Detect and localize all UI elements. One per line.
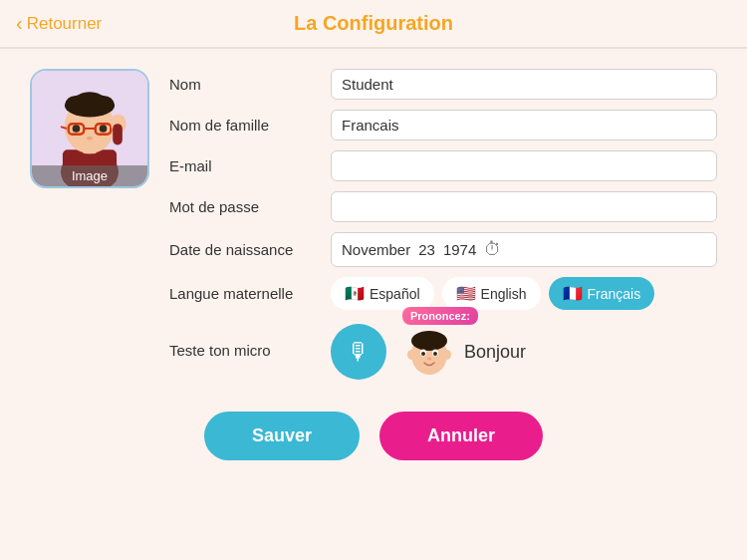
prononcez-badge: Prononcez: — [402, 307, 478, 325]
nom-famille-row: Nom de famille — [169, 110, 717, 140]
password-label: Mot de passe — [169, 198, 319, 215]
back-label: Retourner — [27, 14, 103, 34]
svg-point-15 — [100, 125, 108, 133]
date-label: Date de naissance — [169, 241, 319, 258]
character-avatar — [402, 325, 456, 379]
header-divider — [0, 48, 747, 49]
language-buttons: 🇲🇽 Español 🇺🇸 English 🇫🇷 Français — [331, 277, 717, 310]
lang-espanol-button[interactable]: 🇲🇽 Español — [331, 277, 434, 310]
date-spinner-icon[interactable]: ⏱ — [484, 239, 502, 260]
svg-point-25 — [427, 358, 431, 361]
svg-point-14 — [73, 125, 81, 133]
date-year[interactable]: 1974 — [443, 241, 476, 258]
svg-point-24 — [433, 352, 437, 356]
cancel-button[interactable]: Annuler — [379, 412, 543, 460]
date-day[interactable]: 23 — [418, 241, 435, 258]
lang-francais-label: Français — [588, 286, 641, 302]
nom-row: Nom — [169, 69, 717, 100]
date-row: Date de naissance November 23 1974 ⏱ — [169, 232, 717, 267]
flag-mexico-icon: 🇲🇽 — [345, 284, 365, 303]
avatar-box[interactable]: Image — [30, 69, 149, 188]
language-row: Langue maternelle 🇲🇽 Español 🇺🇸 English … — [169, 277, 717, 310]
flag-us-icon: 🇺🇸 — [456, 284, 476, 303]
save-button[interactable]: Sauver — [204, 412, 360, 460]
lang-francais-button[interactable]: 🇫🇷 Français — [549, 277, 655, 310]
microphone-icon: 🎙 — [347, 338, 371, 366]
svg-point-26 — [407, 350, 415, 360]
back-chevron-icon: ‹ — [16, 12, 23, 35]
svg-rect-18 — [113, 124, 123, 144]
bottom-buttons: Sauver Annuler — [0, 396, 747, 480]
email-label: E-mail — [169, 157, 319, 174]
lang-english-button[interactable]: 🇺🇸 English — [442, 277, 541, 310]
micro-controls: 🎙 Prononcez: — [331, 324, 526, 380]
nom-famille-label: Nom de famille — [169, 117, 319, 134]
lang-espanol-label: Español — [370, 286, 420, 302]
flag-france-icon: 🇫🇷 — [563, 284, 583, 303]
nom-famille-input[interactable] — [331, 110, 717, 140]
form-section: Nom Nom de famille E-mail Mot de passe D… — [169, 69, 717, 380]
avatar-section: Image — [30, 69, 149, 380]
nom-label: Nom — [169, 76, 319, 93]
language-label: Langue maternelle — [169, 285, 319, 302]
main-content: Image Nom Nom de famille E-mail Mot de p… — [0, 53, 747, 396]
password-row: Mot de passe — [169, 191, 717, 222]
microphone-button[interactable]: 🎙 — [331, 324, 386, 380]
avatar-figure: Image — [32, 71, 147, 186]
date-picker: November 23 1974 ⏱ — [331, 232, 717, 267]
svg-point-16 — [87, 137, 93, 140]
email-row: E-mail — [169, 150, 717, 181]
svg-point-8 — [75, 92, 106, 111]
pronunciation-area: Prononcez: — [402, 325, 526, 379]
lang-english-label: English — [481, 286, 527, 302]
nom-input[interactable] — [331, 69, 717, 100]
email-input[interactable] — [331, 150, 717, 181]
avatar-label: Image — [32, 165, 147, 186]
back-button[interactable]: ‹ Retourner — [16, 12, 102, 35]
header: ‹ Retourner La Configuration — [0, 0, 747, 48]
micro-label: Teste ton micro — [169, 342, 319, 359]
svg-point-20 — [411, 331, 447, 351]
svg-point-27 — [443, 350, 451, 360]
svg-point-23 — [421, 352, 425, 356]
date-month[interactable]: November — [342, 241, 410, 258]
micro-row: Teste ton micro 🎙 Prononcez: — [169, 320, 717, 380]
password-input[interactable] — [331, 191, 717, 222]
page-title: La Configuration — [294, 12, 453, 35]
micro-word: Bonjour — [464, 342, 526, 363]
